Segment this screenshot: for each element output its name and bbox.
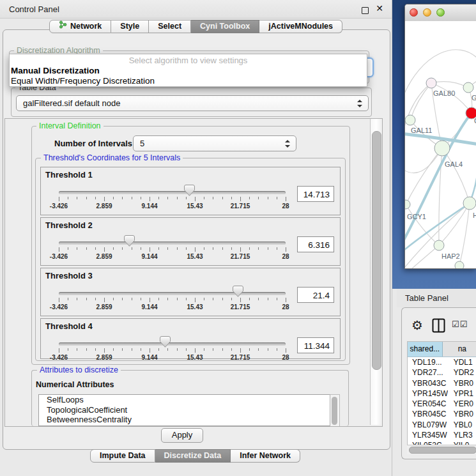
- slider-tick: [167, 247, 168, 250]
- attribute-list-item[interactable]: TopologicalCoefficient: [39, 405, 330, 415]
- settings-vertical-scrollbar[interactable]: [370, 119, 382, 425]
- slider-tick-label: 28: [282, 354, 289, 361]
- slider-tick: [158, 247, 159, 250]
- table-row[interactable]: YBL079W YBL0: [408, 420, 476, 430]
- cyni-mode-tabs: Impute Data Discretize Data Infer Networ…: [90, 449, 300, 463]
- table-row[interactable]: YLR345W YLR3: [408, 430, 476, 440]
- network-node[interactable]: [455, 261, 464, 268]
- slider-tick: [150, 298, 150, 302]
- slider-tick: [177, 197, 178, 199]
- attribute-list-item[interactable]: SelfLoops: [39, 395, 330, 405]
- slider-tick: [268, 247, 268, 250]
- table-row[interactable]: YBR045C YBR0: [408, 409, 476, 419]
- slider-tick: [86, 298, 87, 300]
- threshold-slider-track[interactable]: [59, 292, 286, 295]
- threshold-slider-thumb[interactable]: [124, 235, 135, 247]
- threshold-slider-thumb[interactable]: [160, 336, 171, 348]
- threshold-value-field[interactable]: 6.316: [297, 236, 334, 252]
- tab-network[interactable]: Network: [49, 20, 111, 33]
- network-edge[interactable]: [431, 82, 468, 88]
- slider-tick: [186, 247, 187, 250]
- slider-tick: [213, 298, 213, 300]
- settings-vscroll-thumb[interactable]: [372, 131, 381, 370]
- threshold-slider-thumb[interactable]: [233, 286, 243, 297]
- network-node[interactable]: [434, 240, 444, 250]
- numerical-attributes-list[interactable]: SelfLoopsTopologicalCoefficientBetweenne…: [38, 394, 331, 426]
- tab-cyni-toolbox[interactable]: Cyni Toolbox: [191, 20, 259, 33]
- close-window-icon[interactable]: ✕: [376, 3, 383, 13]
- name-cell: YPR1: [448, 388, 476, 399]
- table-row[interactable]: YDR27... YDR2: [408, 367, 476, 378]
- slider-tick: [150, 197, 150, 201]
- table-horizontal-scrollbar[interactable]: [407, 445, 476, 454]
- dropdown-option-equal-width[interactable]: Equal Width/Frequency Discretization: [10, 76, 367, 86]
- table-header-row: shared... na: [408, 342, 476, 357]
- network-edge[interactable]: [459, 203, 470, 266]
- table-data-combo[interactable]: galFiltered.sif default node: [16, 95, 369, 111]
- threshold-value-field[interactable]: 11.344: [297, 337, 334, 353]
- network-node[interactable]: [405, 200, 410, 209]
- dropdown-option-manual[interactable]: Manual Discretization: [10, 66, 367, 76]
- network-node-label: GA: [472, 94, 476, 102]
- slider-tick: [95, 348, 96, 351]
- slider-tick-label: 21.715: [231, 203, 250, 210]
- slider-tick: [258, 247, 259, 250]
- slider-tick: [122, 348, 123, 351]
- network-edge[interactable]: [410, 83, 431, 120]
- network-edge[interactable]: [405, 245, 439, 268]
- network-canvas[interactable]: GAL80GACGAL11GAL4GCY1HHAP2: [405, 21, 476, 268]
- threshold-slider-track[interactable]: [59, 191, 286, 194]
- columns-icon[interactable]: [432, 318, 445, 335]
- table-row[interactable]: YBR043C YBR0: [408, 378, 476, 388]
- table-hscroll-thumb[interactable]: [409, 447, 476, 454]
- attributes-scroll-thumb[interactable]: [332, 397, 337, 425]
- tab-select[interactable]: Select: [149, 20, 191, 33]
- slider-tick: [177, 348, 178, 351]
- checkbox-icons[interactable]: ☑☑: [452, 319, 468, 329]
- tab-jactivemnodules[interactable]: jActiveMNodules: [259, 20, 342, 33]
- network-node[interactable]: [434, 141, 450, 156]
- threshold-value-field[interactable]: 21.4: [297, 287, 334, 303]
- network-node[interactable]: [405, 115, 415, 125]
- slider-tick: [113, 197, 114, 199]
- tab-impute-data[interactable]: Impute Data: [90, 449, 155, 463]
- name-cell: YBR0: [448, 409, 476, 419]
- float-window-icon[interactable]: [362, 7, 369, 14]
- table-row[interactable]: YDL19... YDL1: [408, 357, 476, 367]
- slider-tick: [249, 348, 250, 351]
- threshold-slider-track[interactable]: [59, 342, 286, 346]
- name-cell: YDR2: [448, 367, 476, 378]
- attributes-list-scrollbar[interactable]: [330, 394, 340, 427]
- shared-name-cell: YLR345W: [408, 430, 448, 440]
- network-window-titlebar[interactable]: [405, 4, 476, 22]
- tab-style[interactable]: Style: [111, 20, 149, 33]
- table-row[interactable]: YER054C YER0: [408, 399, 476, 409]
- tab-infer-network[interactable]: Infer Network: [231, 449, 300, 463]
- table-row[interactable]: YPR145W YPR1: [408, 388, 476, 399]
- close-traffic-light-icon[interactable]: [410, 8, 418, 17]
- minimize-traffic-light-icon[interactable]: [423, 8, 431, 17]
- slider-tick: [158, 298, 159, 300]
- slider-tick: [213, 348, 213, 351]
- tab-discretize-data[interactable]: Discretize Data: [155, 449, 231, 463]
- slider-tick: [222, 197, 223, 199]
- slider-tick-label: 9.144: [141, 203, 157, 210]
- threshold-label: Threshold 2: [45, 220, 93, 230]
- maximize-traffic-light-icon[interactable]: [436, 8, 445, 17]
- threshold-value-field[interactable]: 14.713: [297, 186, 334, 202]
- numerical-attributes-label: Numerical Attributes: [36, 380, 114, 389]
- gear-icon[interactable]: ⚙: [411, 318, 423, 333]
- threshold-slider-thumb[interactable]: [184, 185, 195, 196]
- attribute-list-item[interactable]: BetweennessCentrality: [39, 415, 330, 425]
- threshold-slider-track[interactable]: [59, 242, 286, 245]
- number-of-intervals-combo[interactable]: 5: [133, 135, 296, 151]
- column-header-shared-name[interactable]: shared...: [408, 342, 443, 357]
- slider-tick: [95, 298, 96, 300]
- dropdown-prompt-item[interactable]: Select algorithm to view settings: [10, 56, 367, 66]
- column-header-name[interactable]: na: [443, 342, 476, 357]
- apply-button[interactable]: Apply: [161, 428, 203, 443]
- network-node[interactable]: [463, 82, 473, 93]
- node-table[interactable]: shared... na YDL19... YDL1YDR27... YDR2Y…: [407, 341, 476, 446]
- network-node[interactable]: [426, 78, 436, 88]
- network-node[interactable]: [463, 197, 476, 210]
